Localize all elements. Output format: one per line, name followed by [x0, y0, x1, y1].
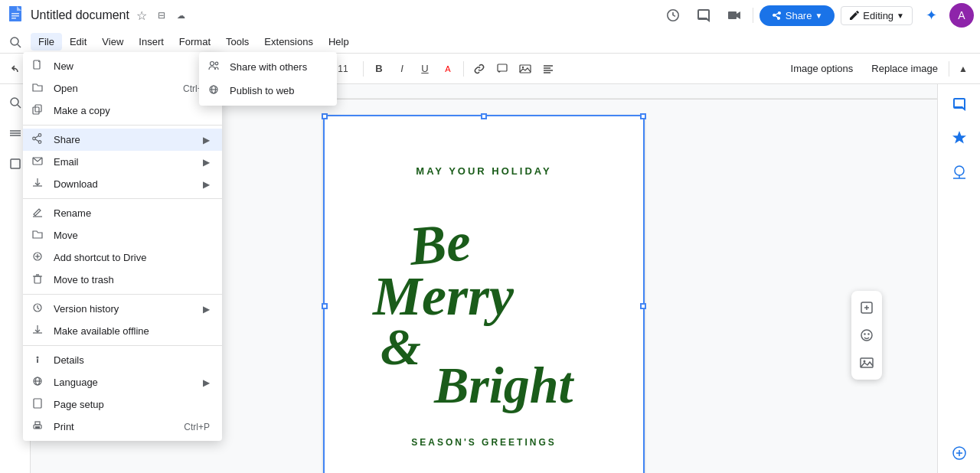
- menu-format[interactable]: Format: [172, 33, 218, 51]
- publish-icon: [208, 84, 219, 97]
- svg-rect-48: [33, 107, 39, 114]
- panel-map-icon[interactable]: [946, 158, 973, 185]
- holiday-text: MAY YOUR HOLIDAY: [416, 165, 551, 177]
- svg-rect-6: [728, 11, 737, 19]
- title-bar: Untitled document ☆ ⊟ ☁ Share ▼: [0, 0, 980, 31]
- details-icon: [32, 354, 43, 367]
- header-right: Share ▼ Editing ▼ ✦ A: [661, 3, 974, 28]
- copy-icon: [32, 104, 43, 117]
- user-avatar[interactable]: A: [949, 3, 974, 28]
- svg-point-21: [11, 98, 18, 106]
- svg-point-40: [955, 166, 964, 175]
- print-label: Print: [54, 421, 74, 432]
- share-with-others[interactable]: Share with others: [199, 55, 337, 79]
- editing-chevron-icon: ▼: [897, 11, 904, 20]
- holiday-image[interactable]: Be Merry & Bright: [361, 192, 606, 422]
- image-options-button[interactable]: Image options: [783, 60, 861, 77]
- menu-language[interactable]: Language ▶: [23, 371, 222, 393]
- share-button[interactable]: Share ▼: [760, 5, 835, 26]
- share-button-label: Share: [786, 10, 812, 21]
- menu-make-copy[interactable]: Make a copy: [23, 99, 222, 122]
- star-icon[interactable]: ☆: [134, 8, 149, 23]
- share-arrow: ▶: [203, 135, 210, 145]
- history-icon[interactable]: [661, 3, 685, 28]
- menu-email[interactable]: Email ▶: [23, 151, 222, 173]
- language-icon: [32, 376, 43, 389]
- menu-edit[interactable]: Edit: [62, 33, 94, 51]
- bold-button[interactable]: B: [368, 58, 390, 80]
- svg-line-22: [18, 105, 21, 108]
- page-setup-label: Page setup: [54, 399, 104, 410]
- divider: [753, 8, 753, 23]
- version-arrow: ▶: [203, 304, 210, 315]
- panel-star-icon[interactable]: [946, 124, 973, 152]
- svg-point-36: [864, 333, 865, 334]
- details-label: Details: [54, 354, 84, 366]
- handle-tr[interactable]: [640, 113, 646, 119]
- handle-ml[interactable]: [322, 303, 328, 309]
- menu-view[interactable]: View: [94, 33, 131, 51]
- publish-to-web[interactable]: Publish to web: [199, 79, 337, 103]
- svg-rect-70: [35, 426, 40, 429]
- doc-title-text[interactable]: Untitled document: [31, 8, 129, 22]
- move-icon[interactable]: ⊟: [154, 8, 169, 23]
- handle-tl[interactable]: [322, 113, 328, 119]
- search-icon[interactable]: [3, 30, 28, 54]
- panel-add-btn[interactable]: [946, 439, 973, 467]
- editing-button[interactable]: Editing ▼: [841, 6, 913, 25]
- toolbar-divider-6: [463, 61, 464, 77]
- replace-image-button[interactable]: Replace image: [864, 60, 946, 77]
- menu-make-offline[interactable]: Make available offline: [23, 320, 222, 342]
- comment-button[interactable]: [492, 58, 513, 80]
- share-others-icon: [208, 60, 219, 73]
- menu-rename[interactable]: Rename: [23, 202, 222, 224]
- meet-icon[interactable]: [722, 3, 746, 28]
- menu-help[interactable]: Help: [321, 33, 357, 51]
- color-button[interactable]: A: [437, 58, 459, 80]
- panel-comments-icon[interactable]: [946, 90, 973, 118]
- menu-move-trash[interactable]: Move to trash: [23, 269, 222, 291]
- menu-tools[interactable]: Tools: [218, 33, 256, 51]
- float-btn-3[interactable]: [851, 349, 882, 377]
- svg-rect-63: [37, 359, 38, 363]
- menu-print[interactable]: Print Ctrl+P: [23, 416, 222, 438]
- page-setup-icon: [32, 398, 43, 411]
- float-btn-2[interactable]: [851, 321, 882, 349]
- menu-move[interactable]: Move: [23, 224, 222, 246]
- menu-add-shortcut[interactable]: Add shortcut to Drive: [23, 246, 222, 269]
- move-folder-icon: [32, 229, 43, 242]
- comments-icon[interactable]: [691, 3, 716, 28]
- link-button[interactable]: [469, 58, 490, 80]
- handle-tm[interactable]: [481, 113, 487, 119]
- menu-details[interactable]: Details: [23, 349, 222, 371]
- menu-file[interactable]: File: [31, 33, 62, 51]
- menu-new[interactable]: New ▶: [23, 55, 222, 77]
- offline-label: Make available offline: [54, 325, 149, 337]
- svg-text:Bright: Bright: [433, 356, 575, 414]
- download-arrow: ▶: [203, 179, 210, 190]
- align-button[interactable]: [537, 58, 559, 80]
- make-copy-label: Make a copy: [54, 105, 110, 116]
- menu-bar: File Edit View Insert Format Tools Exten…: [0, 31, 980, 54]
- italic-button[interactable]: I: [391, 58, 413, 80]
- offline-icon: [32, 325, 43, 338]
- gemini-icon[interactable]: ✦: [919, 3, 943, 28]
- image-button[interactable]: [514, 58, 536, 80]
- language-label: Language: [54, 377, 98, 388]
- menu-extensions[interactable]: Extensions: [256, 33, 321, 51]
- underline-button[interactable]: U: [414, 58, 436, 80]
- menu-insert[interactable]: Insert: [131, 33, 172, 51]
- menu-version-history[interactable]: Version history ▶: [23, 298, 222, 320]
- menu-download[interactable]: Download ▶: [23, 173, 222, 195]
- file-dropdown: New ▶ Open Ctrl+O Make a copy Share ▶ Em…: [23, 52, 222, 441]
- version-history-label: Version history: [54, 303, 119, 315]
- menu-share[interactable]: Share ▶: [23, 129, 222, 151]
- menu-page-setup[interactable]: Page setup: [23, 393, 222, 416]
- print-shortcut: Ctrl+P: [184, 422, 210, 432]
- handle-mr[interactable]: [640, 303, 646, 309]
- collapse-toolbar-button[interactable]: ▲: [952, 58, 974, 80]
- menu-open[interactable]: Open Ctrl+O: [23, 77, 222, 99]
- float-btn-1[interactable]: [851, 294, 882, 321]
- svg-marker-7: [737, 11, 740, 19]
- float-toolbar: [851, 291, 882, 380]
